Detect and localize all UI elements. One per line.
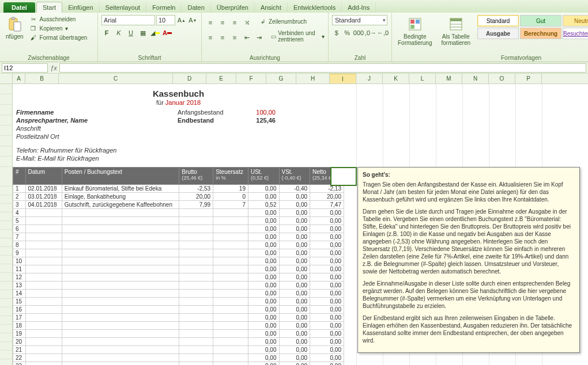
table-row[interactable]: 304.01.2018Gutschrift, zurückgegebene Ka… xyxy=(13,201,344,209)
cell[interactable]: 21 xyxy=(13,346,26,354)
cell[interactable] xyxy=(62,282,179,290)
cell[interactable]: Einlage, Bankabhebung xyxy=(62,193,179,201)
col-brutto[interactable]: Brutto(25,46 €) xyxy=(179,168,213,185)
table-row[interactable]: 190,000,000,00 xyxy=(13,330,344,338)
cell[interactable] xyxy=(179,362,213,366)
cell[interactable]: 19 xyxy=(13,330,26,338)
cell[interactable] xyxy=(62,209,179,217)
col-header-C[interactable]: C xyxy=(59,74,173,83)
cell[interactable]: 0,00 xyxy=(248,338,279,346)
cell[interactable]: 0,00 xyxy=(310,338,344,346)
tab-developer[interactable]: Entwicklertools xyxy=(288,2,342,13)
tab-view[interactable]: Ansicht xyxy=(255,2,288,13)
cell[interactable]: 5 xyxy=(13,217,26,225)
cell[interactable] xyxy=(179,273,213,282)
cell[interactable] xyxy=(179,346,213,354)
cell[interactable]: 0,00 xyxy=(279,330,310,338)
cell[interactable] xyxy=(213,265,248,273)
percent-button[interactable]: % xyxy=(343,28,352,38)
cell[interactable]: 0,00 xyxy=(248,257,279,265)
cell[interactable]: 0,00 xyxy=(279,306,310,314)
cell[interactable]: 6 xyxy=(13,225,26,233)
cell[interactable]: 4 xyxy=(13,209,26,217)
style-standard[interactable]: Standard xyxy=(477,15,519,26)
cell[interactable]: 7,99 xyxy=(179,201,213,209)
cell[interactable] xyxy=(179,290,213,298)
cell[interactable] xyxy=(62,273,179,282)
col-header-H[interactable]: H xyxy=(296,74,330,83)
cell[interactable]: 2 xyxy=(13,193,26,201)
cell[interactable] xyxy=(25,290,62,298)
table-row[interactable]: 150,000,000,00 xyxy=(13,298,344,306)
tab-data[interactable]: Daten xyxy=(182,2,210,13)
cell[interactable]: 7 xyxy=(213,201,248,209)
cell[interactable]: 11 xyxy=(13,265,26,273)
tab-pagelayout[interactable]: Seitenlayout xyxy=(100,2,147,13)
cell[interactable] xyxy=(25,354,62,362)
cell[interactable] xyxy=(213,225,248,233)
cell[interactable] xyxy=(179,306,213,314)
format-as-table-button[interactable]: Als Tabelle formatieren xyxy=(439,15,473,47)
table-row[interactable]: 170,000,000,00 xyxy=(13,314,344,322)
cell[interactable] xyxy=(213,233,248,241)
col-header-L[interactable]: L xyxy=(409,74,436,83)
cell[interactable]: 0,00 xyxy=(248,306,279,314)
table-row[interactable]: 130,000,000,00 xyxy=(13,282,344,290)
cell[interactable] xyxy=(179,249,213,257)
cell[interactable] xyxy=(62,330,179,338)
formula-input[interactable] xyxy=(59,63,586,73)
cell[interactable]: 0,00 xyxy=(279,354,310,362)
currency-button[interactable]: $ xyxy=(332,28,341,38)
table-row[interactable]: 180,000,000,00 xyxy=(13,322,344,330)
cell[interactable] xyxy=(213,338,248,346)
style-besuchter[interactable]: Besuchter Hy… xyxy=(563,28,588,39)
cell[interactable]: 0,00 xyxy=(310,257,344,265)
cell[interactable] xyxy=(25,257,62,265)
cell[interactable]: 0,00 xyxy=(310,241,344,249)
cell[interactable]: 0,00 xyxy=(279,322,310,330)
cell[interactable]: 0,00 xyxy=(248,249,279,257)
cell[interactable] xyxy=(179,298,213,306)
cell[interactable] xyxy=(25,249,62,257)
cell[interactable]: 8 xyxy=(13,241,26,249)
cell[interactable] xyxy=(213,322,248,330)
cell[interactable]: 20 xyxy=(13,338,26,346)
cell[interactable] xyxy=(179,265,213,273)
borders-button[interactable]: ▦ xyxy=(138,28,148,38)
col-text[interactable]: Posten / Buchungstext xyxy=(62,168,179,185)
select-all-corner[interactable] xyxy=(0,74,13,83)
tab-review[interactable]: Überprüfen xyxy=(211,2,255,13)
cell[interactable]: 0,00 xyxy=(279,338,310,346)
cell[interactable] xyxy=(213,330,248,338)
col-header-J[interactable]: J xyxy=(356,74,383,83)
cell[interactable] xyxy=(25,298,62,306)
paste-button[interactable]: nfügen xyxy=(3,15,26,41)
italic-button[interactable]: K xyxy=(114,28,124,38)
cell[interactable]: 0,00 xyxy=(248,265,279,273)
cell[interactable]: 0,52 xyxy=(248,201,279,209)
cell[interactable]: 0,00 xyxy=(248,330,279,338)
merge-center-button[interactable]: ▭Verbinden und zentrieren ▾ xyxy=(271,30,325,43)
cell[interactable] xyxy=(62,217,179,225)
cell[interactable] xyxy=(213,290,248,298)
cell[interactable]: 1 xyxy=(13,185,26,193)
cell[interactable]: 22 xyxy=(13,354,26,362)
cell[interactable]: 7 xyxy=(13,233,26,241)
cell[interactable] xyxy=(62,233,179,241)
cell[interactable]: 0,00 xyxy=(310,362,344,366)
tab-addins[interactable]: Add-Ins xyxy=(342,2,376,13)
cell[interactable]: 0,00 xyxy=(279,282,310,290)
grow-font-button[interactable]: A▲ xyxy=(176,15,186,25)
cell[interactable] xyxy=(25,346,62,354)
cell[interactable]: 0,00 xyxy=(248,290,279,298)
cell[interactable]: 16 xyxy=(13,306,26,314)
cell[interactable] xyxy=(62,322,179,330)
cell[interactable]: 15 xyxy=(13,298,26,306)
cell[interactable]: 0,00 xyxy=(279,193,310,201)
cell[interactable] xyxy=(179,209,213,217)
col-header-M[interactable]: M xyxy=(436,74,462,83)
wrap-text-button[interactable]: ↲Zeilenumbruch xyxy=(259,15,307,28)
cell[interactable]: 0,00 xyxy=(248,298,279,306)
cell[interactable]: 0,00 xyxy=(279,298,310,306)
cell[interactable]: 0,00 xyxy=(248,233,279,241)
